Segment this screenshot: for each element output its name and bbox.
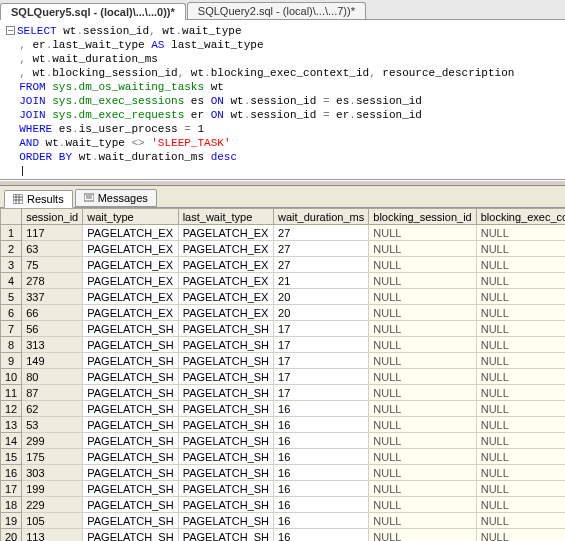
cell-session-id[interactable]: 75 [22,257,83,273]
cell-session-id[interactable]: 66 [22,305,83,321]
cell-null[interactable]: NULL [476,225,565,241]
cell[interactable]: PAGELATCH_EX [83,289,178,305]
cell[interactable]: 17 [274,321,369,337]
cell-null[interactable]: NULL [369,273,476,289]
row-number[interactable]: 11 [1,385,22,401]
cell[interactable]: 20 [274,305,369,321]
cell-null[interactable]: NULL [369,385,476,401]
cell-null[interactable]: NULL [369,305,476,321]
cell[interactable]: 16 [274,529,369,542]
row-number[interactable]: 6 [1,305,22,321]
cell[interactable]: PAGELATCH_SH [178,337,273,353]
cell-session-id[interactable]: 53 [22,417,83,433]
cell[interactable]: 16 [274,497,369,513]
cell-null[interactable]: NULL [369,465,476,481]
cell-session-id[interactable]: 63 [22,241,83,257]
cell[interactable]: PAGELATCH_SH [83,497,178,513]
results-tab[interactable]: Results [4,190,73,208]
cell[interactable]: 17 [274,353,369,369]
row-number[interactable]: 9 [1,353,22,369]
table-row[interactable]: 1187PAGELATCH_SHPAGELATCH_SH17NULLNULL8:… [1,385,566,401]
column-header[interactable]: session_id [22,209,83,225]
cell[interactable]: PAGELATCH_SH [83,481,178,497]
row-number[interactable]: 17 [1,481,22,497]
cell[interactable]: 27 [274,241,369,257]
cell[interactable]: PAGELATCH_SH [178,417,273,433]
row-number[interactable]: 5 [1,289,22,305]
cell[interactable]: PAGELATCH_SH [83,513,178,529]
cell-session-id[interactable]: 62 [22,401,83,417]
table-row[interactable]: 4278PAGELATCH_EXPAGELATCH_EX21NULLNULL8:… [1,273,566,289]
cell-session-id[interactable]: 149 [22,353,83,369]
column-header[interactable]: last_wait_type [178,209,273,225]
row-number[interactable]: 3 [1,257,22,273]
cell[interactable]: PAGELATCH_EX [178,289,273,305]
cell[interactable]: PAGELATCH_EX [83,241,178,257]
cell[interactable]: PAGELATCH_EX [178,273,273,289]
row-number[interactable]: 14 [1,433,22,449]
cell[interactable]: PAGELATCH_EX [83,225,178,241]
tab-query5[interactable]: SQLQuery5.sql - (local)\...\...0))* [0,3,186,20]
cell-null[interactable]: NULL [476,465,565,481]
cell[interactable]: 21 [274,273,369,289]
row-number[interactable]: 15 [1,449,22,465]
cell[interactable]: PAGELATCH_SH [83,449,178,465]
cell-null[interactable]: NULL [369,321,476,337]
cell[interactable]: 17 [274,369,369,385]
cell[interactable]: 16 [274,433,369,449]
cell[interactable]: PAGELATCH_EX [83,273,178,289]
cell[interactable]: PAGELATCH_SH [178,497,273,513]
table-row[interactable]: 14299PAGELATCH_SHPAGELATCH_SH16NULLNULL8… [1,433,566,449]
cell-null[interactable]: NULL [369,513,476,529]
table-row[interactable]: 8313PAGELATCH_SHPAGELATCH_SH17NULLNULL8:… [1,337,566,353]
table-row[interactable]: 1262PAGELATCH_SHPAGELATCH_SH16NULLNULL8:… [1,401,566,417]
cell[interactable]: 16 [274,401,369,417]
cell[interactable]: PAGELATCH_EX [83,305,178,321]
cell-null[interactable]: NULL [369,529,476,542]
row-number[interactable]: 4 [1,273,22,289]
sql-editor[interactable]: SELECT wt.session_id, wt.wait_type , er.… [0,20,565,180]
cell-null[interactable]: NULL [476,529,565,542]
cell[interactable]: PAGELATCH_EX [178,257,273,273]
cell-null[interactable]: NULL [476,353,565,369]
table-row[interactable]: 17199PAGELATCH_SHPAGELATCH_SH16NULLNULL8… [1,481,566,497]
cell[interactable]: 27 [274,225,369,241]
cell[interactable]: 17 [274,385,369,401]
row-number[interactable]: 8 [1,337,22,353]
cell-session-id[interactable]: 313 [22,337,83,353]
cell[interactable]: 16 [274,417,369,433]
cell[interactable]: PAGELATCH_SH [178,385,273,401]
cell-null[interactable]: NULL [369,369,476,385]
cell-null[interactable]: NULL [369,433,476,449]
table-row[interactable]: 1117PAGELATCH_EXPAGELATCH_EX27NULLNULL8:… [1,225,566,241]
cell[interactable]: PAGELATCH_SH [178,449,273,465]
cell-null[interactable]: NULL [476,417,565,433]
row-number[interactable]: 16 [1,465,22,481]
cell-null[interactable]: NULL [369,225,476,241]
cell-session-id[interactable]: 199 [22,481,83,497]
table-row[interactable]: 20113PAGELATCH_SHPAGELATCH_SH16NULLNULL8… [1,529,566,542]
cell-session-id[interactable]: 175 [22,449,83,465]
row-number[interactable]: 1 [1,225,22,241]
cell[interactable]: PAGELATCH_SH [83,465,178,481]
cell[interactable]: PAGELATCH_SH [83,401,178,417]
cell-session-id[interactable]: 80 [22,369,83,385]
cell-null[interactable]: NULL [369,289,476,305]
cell[interactable]: PAGELATCH_SH [83,337,178,353]
cell[interactable]: PAGELATCH_SH [178,465,273,481]
cell-session-id[interactable]: 117 [22,225,83,241]
cell[interactable]: PAGELATCH_SH [83,369,178,385]
fold-icon[interactable] [6,26,15,35]
cell-null[interactable]: NULL [476,305,565,321]
cell[interactable]: PAGELATCH_SH [83,385,178,401]
cell[interactable]: 16 [274,513,369,529]
cell-null[interactable]: NULL [476,385,565,401]
tab-query2[interactable]: SQLQuery2.sql - (local)\...\...7))* [187,2,366,19]
row-number[interactable]: 7 [1,321,22,337]
cell[interactable]: PAGELATCH_SH [178,401,273,417]
cell[interactable]: PAGELATCH_SH [83,353,178,369]
cell[interactable]: PAGELATCH_EX [178,241,273,257]
row-number[interactable]: 10 [1,369,22,385]
cell[interactable]: PAGELATCH_SH [178,433,273,449]
row-number[interactable]: 13 [1,417,22,433]
